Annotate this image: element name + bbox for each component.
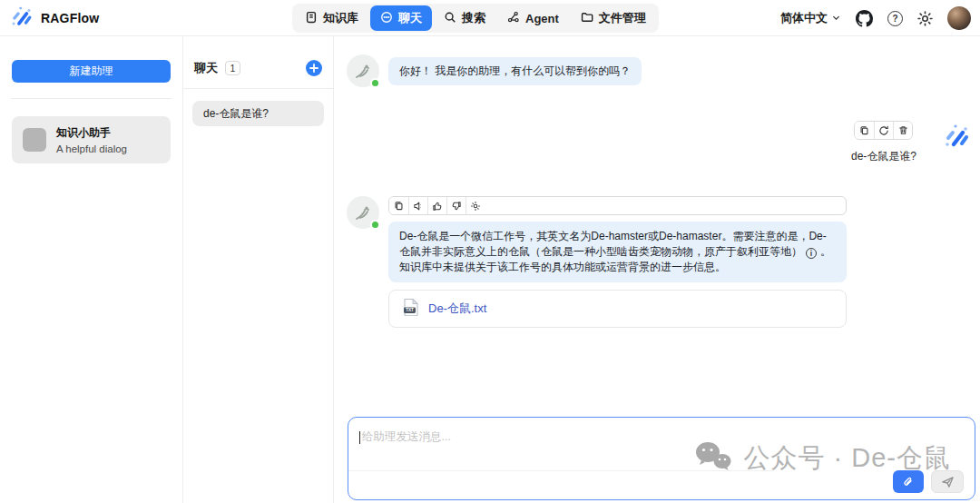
read-aloud-button[interactable] bbox=[408, 197, 427, 214]
assistant-reply-toolbar bbox=[388, 196, 847, 215]
chat-bubble-icon bbox=[380, 11, 393, 26]
new-assistant-button[interactable]: 新建助理 bbox=[12, 60, 171, 83]
navbar-right: 简体中文 ? bbox=[780, 0, 971, 36]
assistant-sidebar: 新建助理 知识小助手 A helpful dialog bbox=[0, 36, 183, 503]
lamp-icon bbox=[470, 201, 481, 212]
svg-text:TXT: TXT bbox=[406, 309, 414, 313]
nav-item-knowledge-base[interactable]: 知识库 bbox=[295, 5, 368, 31]
nav-label: Agent bbox=[525, 12, 559, 25]
main-nav: 知识库 聊天 搜索 bbox=[292, 4, 659, 33]
user-message: de-仓鼠是谁? bbox=[347, 121, 980, 164]
copy-button[interactable] bbox=[389, 197, 408, 214]
thumbs-up-icon bbox=[432, 201, 443, 212]
conversation-panel: 聊天 1 de-仓鼠是谁? bbox=[183, 36, 334, 503]
copy-button[interactable] bbox=[855, 122, 874, 139]
ragflow-logo-icon bbox=[9, 4, 34, 32]
sidebar-divider bbox=[11, 98, 172, 99]
top-navbar: RAGFlow 知识库 聊天 bbox=[0, 0, 980, 36]
attachment-filename[interactable]: De-仓鼠.txt bbox=[428, 301, 486, 317]
send-icon bbox=[941, 475, 955, 488]
conversation-count-badge: 1 bbox=[225, 61, 240, 75]
trash-icon bbox=[898, 125, 908, 135]
conversation-title: 聊天 bbox=[194, 60, 218, 76]
nav-item-agent[interactable]: Agent bbox=[497, 5, 569, 31]
assistant-avatar bbox=[347, 54, 379, 87]
conversation-item[interactable]: de-仓鼠是谁? bbox=[192, 101, 324, 126]
nav-item-file-manager[interactable]: 文件管理 bbox=[571, 5, 656, 31]
attachment-card[interactable]: TXT De-仓鼠.txt bbox=[388, 290, 847, 328]
greeting-bubble: 你好！ 我是你的助理，有什么可以帮到你的吗？ bbox=[388, 57, 642, 85]
reply-text: De-仓鼠是一个微信工作号，其英文名为De-hamster或De-hamaste… bbox=[399, 230, 827, 258]
search-icon bbox=[444, 11, 456, 26]
language-selector[interactable]: 简体中文 bbox=[780, 10, 841, 26]
txt-file-icon: TXT bbox=[403, 298, 419, 320]
speaker-icon bbox=[413, 201, 424, 212]
message-input[interactable]: 给助理发送消息... bbox=[359, 429, 451, 445]
assistant-reply-message: De-仓鼠是一个微信工作号，其英文名为De-hamster或De-hamaste… bbox=[347, 196, 980, 328]
online-status-dot bbox=[370, 78, 380, 88]
copy-icon bbox=[859, 125, 869, 135]
brand: RAGFlow bbox=[0, 4, 99, 32]
composer-divider bbox=[348, 470, 774, 471]
chat-panel: 你好！ 我是你的助理，有什么可以帮到你的吗？ bbox=[334, 36, 980, 503]
folder-icon bbox=[581, 11, 593, 26]
nav-label: 知识库 bbox=[323, 10, 358, 26]
user-message-toolbar bbox=[854, 121, 913, 140]
help-icon[interactable]: ? bbox=[887, 11, 903, 26]
online-status-dot bbox=[370, 220, 380, 230]
nav-label: 搜索 bbox=[462, 10, 485, 26]
message-composer[interactable]: 给助理发送消息... 公众号 · De-仓鼠 bbox=[348, 417, 975, 500]
composer-actions bbox=[893, 470, 964, 493]
assistant-reply-bubble: De-仓鼠是一个微信工作号，其英文名为De-hamster或De-hamaste… bbox=[388, 222, 847, 282]
input-placeholder: 给助理发送消息... bbox=[362, 429, 451, 445]
assistant-card-avatar bbox=[23, 128, 46, 152]
wechat-icon bbox=[693, 439, 733, 478]
new-conversation-button[interactable] bbox=[306, 60, 322, 76]
nav-item-search[interactable]: 搜索 bbox=[434, 5, 495, 31]
plus-icon bbox=[309, 64, 318, 73]
prompt-lamp-button[interactable] bbox=[466, 197, 485, 214]
theme-light-icon[interactable] bbox=[917, 11, 933, 26]
app-title: RAGFlow bbox=[41, 11, 99, 25]
conversation-list: de-仓鼠是谁? bbox=[183, 89, 333, 138]
nav-label: 文件管理 bbox=[599, 10, 646, 26]
citation-marker[interactable]: i bbox=[806, 248, 817, 259]
assistant-greeting-message: 你好！ 我是你的助理，有什么可以帮到你的吗？ bbox=[347, 54, 980, 87]
knowledge-base-icon bbox=[305, 11, 318, 26]
thumbs-down-button[interactable] bbox=[446, 197, 466, 214]
help-glyph: ? bbox=[887, 11, 903, 26]
copy-icon bbox=[394, 201, 404, 211]
assistant-avatar-art bbox=[352, 202, 374, 223]
assistant-description: A helpful dialog bbox=[56, 143, 127, 154]
user-avatar[interactable] bbox=[947, 6, 971, 30]
thumbs-down-icon bbox=[451, 201, 462, 212]
conversation-header: 聊天 1 bbox=[183, 36, 333, 88]
send-button[interactable] bbox=[931, 470, 964, 493]
user-message-text: de-仓鼠是谁? bbox=[851, 149, 916, 164]
refresh-icon bbox=[878, 125, 889, 136]
thumbs-up-button[interactable] bbox=[427, 197, 446, 214]
assistant-card[interactable]: 知识小助手 A helpful dialog bbox=[12, 116, 171, 163]
chevron-down-icon bbox=[831, 12, 841, 25]
nav-label: 聊天 bbox=[398, 10, 422, 26]
delete-button[interactable] bbox=[893, 122, 912, 139]
language-label: 简体中文 bbox=[780, 10, 828, 26]
github-icon[interactable] bbox=[856, 10, 873, 27]
paperclip-icon bbox=[902, 476, 915, 488]
assistant-avatar-art bbox=[352, 60, 374, 82]
assistant-name: 知识小助手 bbox=[56, 125, 127, 141]
text-caret bbox=[359, 431, 360, 444]
agent-icon bbox=[507, 11, 520, 26]
user-avatar-logo bbox=[942, 121, 971, 150]
attach-button[interactable] bbox=[893, 470, 924, 493]
regenerate-button[interactable] bbox=[874, 122, 893, 139]
nav-item-chat[interactable]: 聊天 bbox=[370, 5, 432, 31]
assistant-avatar bbox=[347, 196, 379, 229]
